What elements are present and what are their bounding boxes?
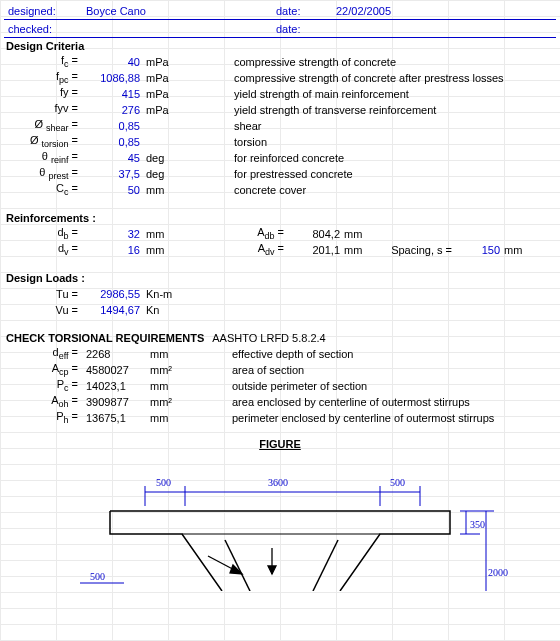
- svg-text:500: 500: [90, 571, 105, 582]
- criteria-label: Cc =: [4, 182, 82, 197]
- criteria-desc: concrete cover: [184, 184, 306, 196]
- criteria-desc: torsion: [184, 136, 267, 148]
- vu-value[interactable]: 1494,67: [82, 304, 144, 316]
- section-figure: 500 3600 500 350 2000 500: [50, 456, 510, 591]
- adb-value: 804,2: [284, 228, 340, 240]
- designed-label: designed:: [4, 4, 82, 18]
- check-desc: effective depth of section: [188, 348, 354, 360]
- criteria-unit: mm: [144, 184, 184, 196]
- date1-label: date:: [272, 4, 332, 18]
- section-check: CHECK TORSIONAL REQUIREMENTS: [4, 332, 206, 344]
- criteria-unit: mPa: [144, 72, 184, 84]
- db-label: db =: [4, 226, 82, 241]
- check-unit: mm²: [148, 364, 188, 376]
- adv-unit: mm: [340, 244, 370, 256]
- check-desc: area of section: [188, 364, 304, 376]
- criteria-unit: deg: [144, 152, 184, 164]
- check-desc: perimeter enclosed by centerline of oute…: [188, 412, 494, 424]
- adb-unit: mm: [340, 228, 370, 240]
- criteria-desc: compressive strength of concrete after p…: [184, 72, 504, 84]
- tu-value[interactable]: 2986,55: [82, 288, 144, 300]
- figure-label: FIGURE: [4, 438, 556, 454]
- criteria-value[interactable]: 0,85: [82, 120, 144, 132]
- svg-text:500: 500: [390, 477, 405, 488]
- date1-value[interactable]: 22/02/2005: [332, 4, 395, 18]
- criteria-value[interactable]: 37,5: [82, 168, 144, 180]
- check-label: Pc =: [4, 378, 82, 393]
- check-label: Aoh =: [4, 394, 82, 409]
- section-design-criteria: Design Criteria: [4, 40, 86, 52]
- date2-value[interactable]: [332, 28, 340, 30]
- tu-unit: Kn-m: [144, 288, 194, 300]
- dv-label: dv =: [4, 242, 82, 257]
- check-reference: AASHTO LRFD 5.8.2.4: [206, 332, 326, 344]
- check-value: 3909877: [82, 396, 148, 408]
- criteria-label: fyv =: [4, 102, 82, 117]
- criteria-desc: for reinforced concrete: [184, 152, 344, 164]
- criteria-unit: mPa: [144, 56, 184, 68]
- db-unit: mm: [144, 228, 184, 240]
- db-value[interactable]: 32: [82, 228, 144, 240]
- check-desc: area enclosed by centerline of outermost…: [188, 396, 470, 408]
- check-value: 2268: [82, 348, 148, 360]
- criteria-label: Ø torsion =: [4, 134, 82, 149]
- criteria-value[interactable]: 276: [82, 104, 144, 116]
- criteria-value[interactable]: 415: [82, 88, 144, 100]
- check-label: deff =: [4, 346, 82, 361]
- svg-text:3600: 3600: [268, 477, 288, 488]
- criteria-value[interactable]: 50: [82, 184, 144, 196]
- adv-value: 201,1: [284, 244, 340, 256]
- criteria-value[interactable]: 0,85: [82, 136, 144, 148]
- check-label: Ph =: [4, 410, 82, 425]
- vu-unit: Kn: [144, 304, 194, 316]
- criteria-desc: compressive strength of concrete: [184, 56, 396, 68]
- check-desc: outside perimeter of section: [188, 380, 367, 392]
- checked-value[interactable]: [82, 28, 272, 30]
- svg-text:2000: 2000: [488, 567, 508, 578]
- date2-label: date:: [272, 22, 332, 36]
- criteria-label: fy =: [4, 86, 82, 101]
- criteria-value[interactable]: 40: [82, 56, 144, 68]
- check-value: 4580027: [82, 364, 148, 376]
- section-design-loads: Design Loads :: [4, 272, 87, 284]
- check-label: Acp =: [4, 362, 82, 377]
- criteria-label: Ø shear =: [4, 118, 82, 133]
- criteria-label: fpc =: [4, 70, 82, 85]
- criteria-unit: mPa: [144, 88, 184, 100]
- criteria-label: θ reinf =: [4, 150, 82, 165]
- svg-marker-17: [268, 566, 276, 574]
- criteria-value[interactable]: 1086,88: [82, 72, 144, 84]
- designed-value[interactable]: Boyce Cano: [82, 4, 272, 18]
- criteria-label: fc =: [4, 54, 82, 69]
- svg-text:350: 350: [470, 519, 485, 530]
- dv-unit: mm: [144, 244, 184, 256]
- dv-value[interactable]: 16: [82, 244, 144, 256]
- criteria-unit: deg: [144, 168, 184, 180]
- check-unit: mm: [148, 380, 188, 392]
- check-value: 14023,1: [82, 380, 148, 392]
- adv-label: Adv =: [184, 242, 284, 257]
- criteria-desc: yield strength of main reinforcement: [184, 88, 409, 100]
- criteria-desc: yield strength of transverse reinforceme…: [184, 104, 436, 116]
- vu-label: Vu =: [4, 304, 82, 316]
- adb-label: Adb =: [184, 226, 284, 241]
- check-value: 13675,1: [82, 412, 148, 424]
- check-unit: mm: [148, 412, 188, 424]
- svg-text:500: 500: [156, 477, 171, 488]
- spacing-unit: mm: [500, 244, 522, 256]
- check-unit: mm: [148, 348, 188, 360]
- criteria-desc: shear: [184, 120, 262, 132]
- criteria-value[interactable]: 45: [82, 152, 144, 164]
- criteria-label: θ prest =: [4, 166, 82, 181]
- tu-label: Tu =: [4, 288, 82, 300]
- criteria-desc: for prestressed concrete: [184, 168, 353, 180]
- check-unit: mm²: [148, 396, 188, 408]
- criteria-unit: mPa: [144, 104, 184, 116]
- spacing-value[interactable]: 150: [456, 244, 500, 256]
- section-reinforcements: Reinforcements :: [4, 212, 98, 224]
- spacing-label: Spacing, s =: [370, 244, 456, 256]
- checked-label: checked:: [4, 22, 82, 36]
